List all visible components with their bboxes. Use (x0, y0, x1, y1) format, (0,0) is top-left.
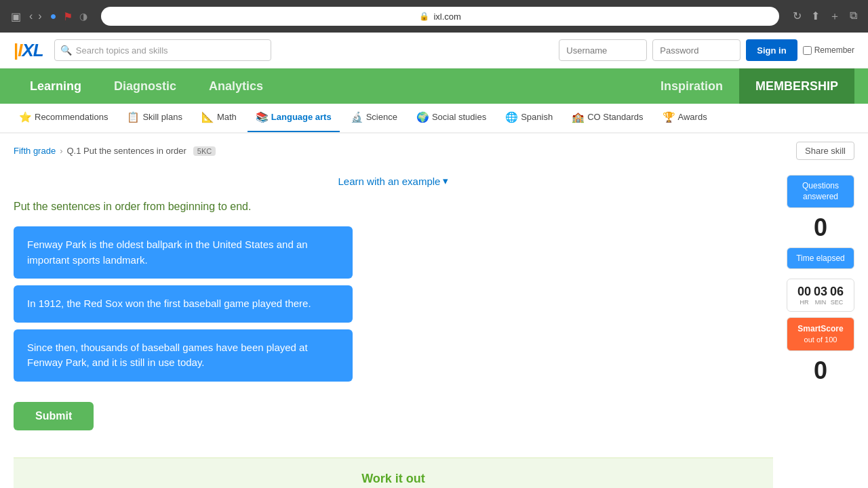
sub-nav: ⭐ Recommendations 📋 Skill plans 📐 Math 📚… (0, 104, 868, 134)
subnav-social-studies[interactable]: 🌍 Social studies (408, 104, 494, 133)
site-header: |IXL 🔍 Search topics and skills Sign in … (0, 33, 868, 68)
time-elapsed-box[interactable]: Time elapsed (787, 247, 854, 269)
smart-score-label: SmartScore (793, 323, 848, 335)
browser-icon-1: ● (50, 10, 57, 22)
sentence-box-1[interactable]: Fenway Park is the oldest ballpark in th… (14, 226, 353, 279)
learn-example-chevron: ▾ (443, 175, 448, 187)
sentence-box-3[interactable]: Since then, thousands of baseball games … (14, 329, 353, 382)
submit-button[interactable]: Submit (14, 402, 94, 430)
skill-plans-icon: 📋 (127, 111, 140, 123)
nav-diagnostic[interactable]: Diagnostic (98, 68, 193, 104)
questions-answered-box[interactable]: Questions answered (787, 175, 854, 208)
social-studies-icon: 🌍 (416, 111, 429, 123)
browser-back-btn[interactable]: ‹ (29, 10, 33, 22)
browser-icon-3: ◑ (79, 11, 87, 22)
password-input[interactable] (652, 39, 741, 61)
subnav-skill-plans[interactable]: 📋 Skill plans (119, 104, 191, 133)
language-arts-icon: 📚 (256, 111, 269, 123)
spanish-icon: 🌐 (505, 111, 518, 123)
nav-learning[interactable]: Learning (14, 68, 98, 104)
tabs-icon[interactable]: ⧉ (850, 9, 857, 24)
time-hr: 00 HR (797, 285, 811, 306)
recommendations-icon: ⭐ (19, 111, 32, 123)
breadcrumb-grade[interactable]: Fifth grade (14, 146, 56, 156)
smart-score-count: 0 (814, 357, 827, 385)
main-container: Learn with an example ▾ Put the sentence… (0, 168, 868, 488)
search-bar[interactable]: 🔍 Search topics and skills (54, 39, 271, 61)
browser-forward-btn[interactable]: › (38, 10, 41, 22)
remember-label[interactable]: Remember (803, 45, 854, 55)
math-icon: 📐 (201, 111, 214, 123)
work-it-out-section: Work it out Not feeling ready yet? This … (14, 458, 773, 489)
sentence-box-2[interactable]: In 1912, the Red Sox won the first baseb… (14, 285, 353, 323)
browser-sidebar-icon[interactable]: ▣ (11, 10, 21, 23)
sidebar: Questions answered 0 Time elapsed 00 HR … (787, 175, 854, 488)
subnav-co-standards[interactable]: 🏫 CO Standards (564, 104, 651, 133)
instruction-text: Put the sentences in order from beginnin… (14, 201, 773, 213)
subnav-recommendations[interactable]: ⭐ Recommendations (11, 104, 116, 133)
skill-badge: 5KC (193, 146, 216, 156)
questions-answered-label: Questions answered (793, 181, 848, 202)
time-display: 00 HR 03 MIN 06 SEC (787, 279, 854, 312)
main-nav: Learning Diagnostic Analytics Inspiratio… (0, 68, 868, 104)
nav-analytics[interactable]: Analytics (193, 68, 279, 104)
breadcrumb-chevron: › (60, 146, 62, 156)
search-placeholder: Search topics and skills (76, 45, 168, 56)
co-standards-icon: 🏫 (572, 111, 585, 123)
smart-score-box[interactable]: SmartScore out of 100 (787, 317, 854, 351)
time-min: 03 MIN (814, 285, 827, 306)
address-bar[interactable]: 🔒 ixl.com (101, 7, 779, 26)
share-icon[interactable]: ⬆ (811, 9, 820, 24)
nav-inspiration[interactable]: Inspiration (644, 79, 739, 94)
learn-example-button[interactable]: Learn with an example ▾ (338, 175, 449, 187)
learn-example: Learn with an example ▾ (14, 175, 773, 187)
subnav-language-arts[interactable]: 📚 Language arts (248, 104, 340, 133)
subnav-spanish[interactable]: 🌐 Spanish (497, 104, 561, 133)
new-tab-icon[interactable]: ＋ (829, 9, 840, 24)
url-text: ixl.com (433, 12, 460, 22)
sign-in-button[interactable]: Sign in (746, 39, 797, 61)
breadcrumb-skill-name: Q.1 Put the sentences in order (67, 146, 186, 156)
smart-score-sublabel: out of 100 (793, 335, 848, 345)
content-area: Learn with an example ▾ Put the sentence… (14, 175, 773, 488)
browser-chrome: ▣ ‹ › ● ⚑ ◑ 🔒 ixl.com ↻ ⬆ ＋ ⧉ (0, 0, 868, 33)
lock-icon: 🔒 (419, 12, 429, 21)
search-icon: 🔍 (60, 45, 72, 56)
questions-count: 0 (814, 214, 827, 242)
subnav-science[interactable]: 🔬 Science (342, 104, 406, 133)
subnav-awards[interactable]: 🏆 Awards (654, 104, 715, 133)
time-sec: 06 SEC (830, 285, 844, 306)
remember-checkbox[interactable] (803, 46, 812, 55)
time-elapsed-label: Time elapsed (793, 253, 848, 263)
science-icon: 🔬 (351, 111, 363, 123)
work-it-out-title: Work it out (27, 472, 760, 486)
subnav-math[interactable]: 📐 Math (193, 104, 245, 133)
share-skill-button[interactable]: Share skill (796, 142, 854, 160)
site-logo[interactable]: |IXL (14, 40, 43, 61)
username-input[interactable] (559, 39, 647, 61)
breadcrumb: Fifth grade › Q.1 Put the sentences in o… (0, 134, 868, 168)
reload-icon[interactable]: ↻ (793, 9, 802, 24)
nav-membership[interactable]: MEMBERSHIP (739, 68, 854, 104)
browser-icon-2: ⚑ (63, 10, 73, 23)
awards-icon: 🏆 (663, 111, 675, 123)
auth-area: Sign in Remember (559, 39, 854, 61)
